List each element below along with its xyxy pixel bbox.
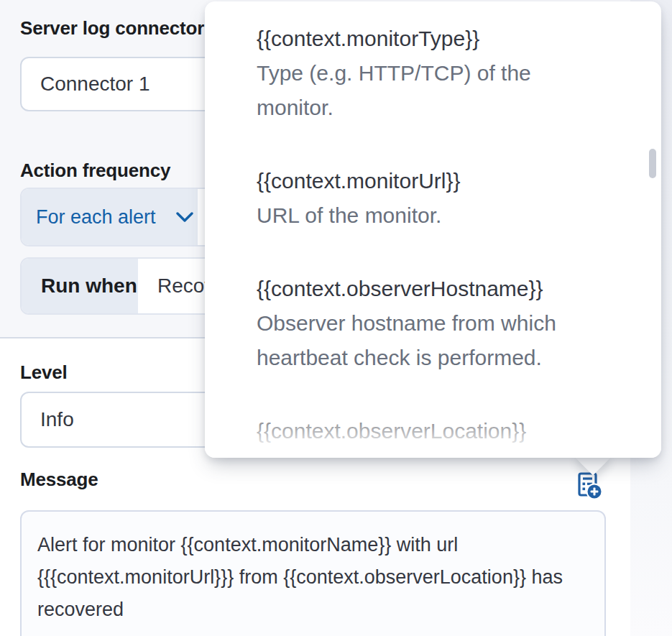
variable-option[interactable]: {{context.monitorUrl}} URL of the monito… — [257, 164, 644, 233]
variable-name: {{context.observerLocation}} — [257, 414, 644, 448]
variable-description: Observer location from which — [257, 448, 644, 458]
variable-name: {{context.observerHostname}} — [257, 272, 644, 306]
message-textarea[interactable]: Alert for monitor {{context.monitorName}… — [20, 510, 606, 636]
message-label: Message — [20, 469, 98, 491]
frequency-select[interactable]: For each alert — [22, 189, 198, 245]
add-variable-button[interactable] — [574, 471, 603, 500]
template-variables-popover: {{context.monitorType}} Type (e.g. HTTP/… — [205, 1, 661, 458]
variable-option[interactable]: {{context.observerLocation}} Observer lo… — [257, 414, 644, 458]
chevron-down-icon — [176, 212, 193, 223]
level-label: Level — [20, 361, 68, 384]
run-when-prepend-label: Run when — [22, 259, 138, 313]
variable-option[interactable]: {{context.observerHostname}} Observer ho… — [257, 272, 644, 375]
frequency-label: Action frequency — [20, 160, 170, 182]
list-add-icon — [574, 492, 603, 502]
popover-scrollbar-thumb[interactable] — [649, 149, 656, 178]
rule-action-panel: Server log connector Connector 1 Action … — [0, 0, 672, 636]
variable-option[interactable]: {{context.monitorType}} Type (e.g. HTTP/… — [257, 22, 644, 125]
variable-name: {{context.monitorUrl}} — [257, 164, 644, 198]
variable-description: Observer hostname from which heartbeat c… — [257, 306, 644, 375]
frequency-select-value: For each alert — [36, 206, 156, 229]
connector-label: Server log connector — [20, 17, 204, 40]
variable-name: {{context.monitorType}} — [257, 22, 644, 56]
variable-description: URL of the monitor. — [257, 198, 644, 233]
variable-description: Type (e.g. HTTP/TCP) of the monitor. — [257, 56, 644, 125]
